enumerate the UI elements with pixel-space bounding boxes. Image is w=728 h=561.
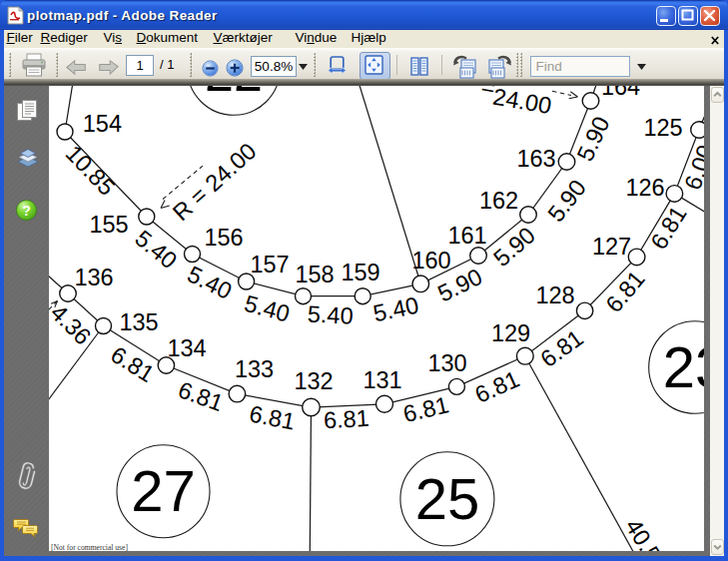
- svg-text:5.90: 5.90: [488, 222, 540, 272]
- svg-text:163: 163: [516, 146, 555, 172]
- svg-text:6.81: 6.81: [535, 324, 587, 372]
- svg-text:131: 131: [363, 367, 401, 393]
- svg-text:6.81: 6.81: [248, 400, 298, 434]
- svg-text:125: 125: [643, 115, 682, 141]
- svg-text:162: 162: [479, 188, 518, 214]
- svg-text:5.40: 5.40: [307, 300, 354, 328]
- svg-text:40.56: 40.56: [620, 514, 673, 551]
- svg-text:4.36: 4.36: [49, 299, 96, 350]
- svg-text:10.85: 10.85: [61, 140, 121, 200]
- svg-text:6.00: 6.00: [679, 142, 704, 194]
- svg-text:159: 159: [341, 260, 379, 285]
- svg-text:R = 24.00: R = 24.00: [168, 138, 262, 226]
- svg-text:25: 25: [415, 466, 480, 531]
- svg-text:6.81: 6.81: [645, 202, 691, 255]
- svg-text:?: ?: [22, 203, 31, 219]
- svg-text:160: 160: [411, 248, 450, 274]
- svg-text:136: 136: [74, 265, 113, 290]
- svg-text:6.81: 6.81: [471, 365, 523, 407]
- svg-text:127: 127: [592, 234, 631, 260]
- svg-text:164: 164: [601, 86, 640, 100]
- svg-text:126: 126: [625, 175, 664, 201]
- svg-text:132: 132: [294, 368, 333, 394]
- svg-text:157: 157: [250, 252, 289, 278]
- svg-text:5.90: 5.90: [572, 113, 615, 165]
- svg-text:6.81: 6.81: [106, 341, 159, 387]
- svg-text:5.40: 5.40: [370, 291, 420, 326]
- svg-text:5.40: 5.40: [242, 290, 293, 327]
- svg-text:6.81: 6.81: [600, 266, 649, 317]
- svg-text:161: 161: [447, 223, 486, 249]
- svg-text:130: 130: [427, 350, 466, 376]
- svg-text:24.00: 24.00: [491, 86, 553, 119]
- svg-text:5.40: 5.40: [130, 225, 182, 274]
- svg-text:155: 155: [89, 212, 128, 238]
- svg-text:135: 135: [119, 309, 158, 335]
- svg-text:134: 134: [167, 335, 206, 361]
- svg-text:129: 129: [491, 320, 530, 346]
- svg-text:128: 128: [535, 282, 574, 308]
- svg-text:22: 22: [205, 86, 263, 102]
- svg-text:6.81: 6.81: [175, 376, 227, 416]
- svg-text:6.81: 6.81: [400, 391, 450, 427]
- svg-text:133: 133: [235, 356, 274, 382]
- svg-text:6.81: 6.81: [323, 405, 369, 433]
- svg-text:156: 156: [204, 225, 243, 251]
- svg-text:23: 23: [663, 334, 704, 399]
- svg-text:5.40: 5.40: [184, 261, 237, 303]
- svg-text:158: 158: [295, 262, 334, 287]
- svg-text:5.90: 5.90: [542, 175, 591, 227]
- svg-text:154: 154: [83, 111, 122, 137]
- svg-text:27: 27: [131, 458, 196, 523]
